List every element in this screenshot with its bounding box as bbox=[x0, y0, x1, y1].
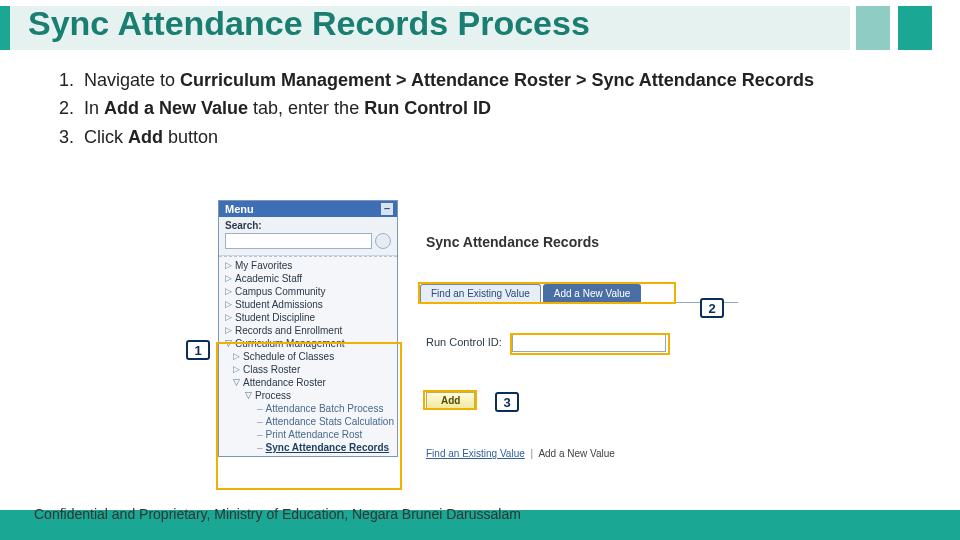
page-title: Sync Attendance Records Process bbox=[28, 4, 590, 43]
nav-item-attendance-roster[interactable]: ▽Attendance Roster bbox=[219, 376, 397, 389]
screenshot-area: Menu – Search: ▷My Favorites ▷Academic S… bbox=[218, 200, 748, 500]
chevron-right-icon: ▷ bbox=[225, 299, 233, 309]
instruction-item: 3. Click Add button bbox=[54, 125, 906, 149]
add-button-wrap: Add bbox=[426, 392, 475, 409]
chevron-right-icon: ▷ bbox=[225, 325, 233, 335]
nav-item[interactable]: ▷Campus Community bbox=[219, 285, 397, 298]
tab-add-new-value[interactable]: Add a New Value bbox=[543, 284, 642, 302]
instruction-number: 1. bbox=[54, 68, 84, 92]
footer-bar: Confidential and Proprietary, Ministry o… bbox=[0, 510, 960, 540]
title-accent-block-dark bbox=[898, 6, 932, 50]
nav-search-label: Search: bbox=[225, 220, 262, 231]
component-heading: Sync Attendance Records bbox=[426, 234, 599, 250]
instruction-text: Click Add button bbox=[84, 125, 906, 149]
instruction-item: 2. In Add a New Value tab, enter the Run… bbox=[54, 96, 906, 120]
mode-links: Find an Existing Value | Add a New Value bbox=[426, 448, 615, 459]
tab-strip: Find an Existing Value Add a New Value bbox=[420, 284, 643, 302]
chevron-down-icon: ▽ bbox=[245, 390, 253, 400]
instruction-item: 1. Navigate to Curriculum Management > A… bbox=[54, 68, 906, 92]
tab-find-existing-value[interactable]: Find an Existing Value bbox=[420, 284, 541, 302]
nav-search: Search: bbox=[219, 217, 397, 256]
title-accent-block-light bbox=[856, 6, 890, 50]
callout-1: 1 bbox=[186, 340, 210, 360]
chevron-right-icon: ▷ bbox=[225, 273, 233, 283]
nav-item-process[interactable]: ▽Process bbox=[219, 389, 397, 402]
instruction-text: In Add a New Value tab, enter the Run Co… bbox=[84, 96, 906, 120]
nav-item[interactable]: ▷Class Roster bbox=[219, 363, 397, 376]
chevron-right-icon: ▷ bbox=[233, 364, 241, 374]
tab-underline bbox=[418, 302, 738, 303]
nav-item[interactable]: ▷Schedule of Classes bbox=[219, 350, 397, 363]
nav-link[interactable]: –Attendance Stats Calculation bbox=[219, 415, 397, 428]
nav-search-go-icon[interactable] bbox=[375, 233, 391, 249]
nav-menu-list: ▷My Favorites ▷Academic Staff ▷Campus Co… bbox=[219, 256, 397, 456]
chevron-right-icon: ▷ bbox=[225, 260, 233, 270]
chevron-right-icon: ▷ bbox=[225, 312, 233, 322]
footer-text: Confidential and Proprietary, Ministry o… bbox=[34, 506, 521, 522]
nav-search-input[interactable] bbox=[225, 233, 372, 249]
nav-item[interactable]: ▷Student Discipline bbox=[219, 311, 397, 324]
nav-item-curriculum-management[interactable]: ▽Curriculum Management bbox=[219, 337, 397, 350]
nav-item[interactable]: ▷Academic Staff bbox=[219, 272, 397, 285]
chevron-right-icon: ▷ bbox=[225, 286, 233, 296]
title-bar: Sync Attendance Records Process bbox=[0, 0, 960, 56]
link-add-new-value: Add a New Value bbox=[538, 448, 615, 459]
nav-menu-title: Menu – bbox=[219, 201, 397, 217]
instruction-list: 1. Navigate to Curriculum Management > A… bbox=[54, 68, 906, 149]
nav-link[interactable]: –Attendance Batch Process bbox=[219, 402, 397, 415]
link-find-existing-value[interactable]: Find an Existing Value bbox=[426, 448, 525, 459]
instruction-text: Navigate to Curriculum Management > Atte… bbox=[84, 68, 906, 92]
run-control-id-label: Run Control ID: bbox=[426, 336, 502, 348]
nav-item[interactable]: ▷My Favorites bbox=[219, 259, 397, 272]
run-control-id-input[interactable] bbox=[512, 334, 666, 352]
chevron-right-icon: ▷ bbox=[233, 351, 241, 361]
add-button[interactable]: Add bbox=[426, 392, 475, 409]
chevron-down-icon: ▽ bbox=[233, 377, 241, 387]
chevron-down-icon: ▽ bbox=[225, 338, 233, 348]
run-control-id-field bbox=[512, 334, 666, 352]
instruction-number: 3. bbox=[54, 125, 84, 149]
nav-item[interactable]: ▷Student Admissions bbox=[219, 298, 397, 311]
instruction-number: 2. bbox=[54, 96, 84, 120]
minimize-icon[interactable]: – bbox=[381, 203, 393, 215]
callout-3: 3 bbox=[495, 392, 519, 412]
nav-link[interactable]: –Print Attendance Rost bbox=[219, 428, 397, 441]
callout-2: 2 bbox=[700, 298, 724, 318]
nav-item[interactable]: ▷Records and Enrollment bbox=[219, 324, 397, 337]
nav-menu-panel: Menu – Search: ▷My Favorites ▷Academic S… bbox=[218, 200, 398, 457]
nav-link-sync-attendance-records[interactable]: –Sync Attendance Records bbox=[219, 441, 397, 454]
